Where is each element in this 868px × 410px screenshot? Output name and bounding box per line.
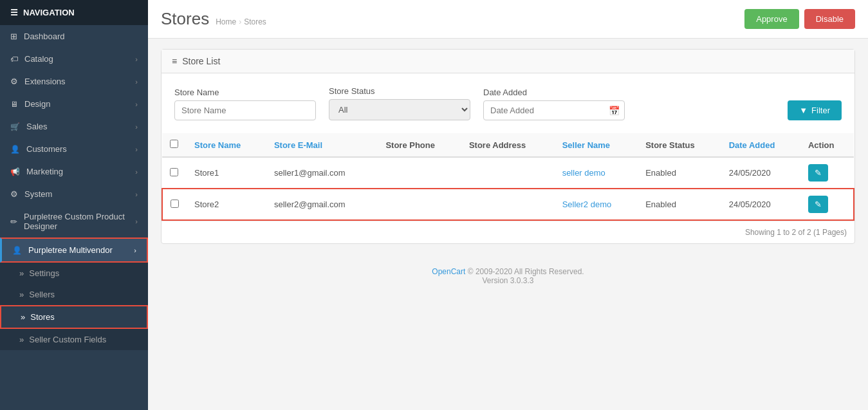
th-store-phone: Store Phone [378, 133, 461, 157]
th-store-status: Store Status [638, 133, 721, 157]
edit-icon: ✎ [815, 168, 822, 178]
disable-button[interactable]: Disable [804, 9, 855, 29]
th-seller-name[interactable]: Seller Name [555, 133, 638, 157]
breadcrumb-home[interactable]: Home [216, 17, 236, 26]
sidebar-submenu-seller-custom-fields[interactable]: » Seller Custom Fields [0, 329, 148, 350]
dashboard-icon [10, 32, 17, 41]
store-name-cell: Store1 [187, 157, 266, 189]
page-title: Stores [161, 9, 209, 29]
table-row: Store1 seller1@gmail.com seller demo Ena… [162, 157, 854, 189]
filter-group-date-added: Date Added 📅 [483, 88, 625, 120]
store-name-label: Store Name [174, 88, 316, 97]
sidebar-item-multivendor[interactable]: Purpletree Multivendor › [0, 238, 148, 263]
edit-button[interactable]: ✎ [808, 164, 828, 182]
arrow-icon: » [19, 290, 24, 299]
edit-icon: ✎ [815, 200, 822, 209]
select-all-checkbox[interactable] [170, 140, 178, 148]
sidebar-item-label: Dashboard [24, 32, 65, 41]
store-phone-cell [378, 189, 461, 220]
design-icon [10, 99, 18, 109]
store-list-card: Store List Store Name Store Status All E… [161, 49, 855, 244]
sidebar: NAVIGATION Dashboard Catalog › Extension… [0, 0, 148, 410]
filter-group-store-status: Store Status All Enabled Disabled [329, 86, 470, 120]
sidebar-multivendor-label: Purpletree Multivendor [28, 245, 113, 255]
action-cell: ✎ [800, 189, 854, 220]
store-phone-cell [378, 157, 461, 189]
store-address-cell [461, 157, 555, 189]
page-title-area: Stores Home › Stores [161, 9, 266, 29]
edit-button[interactable]: ✎ [808, 196, 828, 213]
arrow-icon: » [19, 335, 24, 344]
th-store-email[interactable]: Store E-Mail [266, 133, 378, 157]
row-checkbox[interactable] [170, 168, 178, 176]
footer-copyright-text: © 2009-2020 All Rights Reserved. [468, 267, 584, 276]
list-icon [172, 56, 177, 66]
date-added-cell: 24/05/2020 [721, 157, 800, 189]
sidebar-item-dashboard[interactable]: Dashboard [0, 25, 148, 48]
page-content: Store List Store Name Store Status All E… [148, 39, 868, 410]
filter-button-label: Filter [811, 106, 830, 115]
store-status-cell: Enabled [638, 157, 721, 189]
sidebar-submenu-sellers[interactable]: » Sellers [0, 284, 148, 305]
seller-name-cell: Seller2 demo [555, 189, 638, 220]
calendar-icon[interactable]: 📅 [609, 106, 620, 116]
sidebar-item-label: Customers [26, 144, 67, 154]
chevron-icon: › [135, 168, 138, 176]
store-name-input[interactable] [174, 100, 316, 120]
page-footer: OpenCart © 2009-2020 All Rights Reserved… [161, 254, 855, 298]
filter-row: Store Name Store Status All Enabled Disa… [174, 86, 842, 120]
sales-icon [10, 122, 20, 131]
th-store-name[interactable]: Store Name [187, 133, 266, 157]
custom-icon [10, 217, 17, 227]
filter-button[interactable]: ▼ Filter [788, 100, 842, 120]
store-email-cell: seller2@gmail.com [266, 189, 378, 220]
action-cell: ✎ [800, 157, 854, 189]
multivendor-icon [12, 245, 22, 255]
th-action: Action [800, 133, 854, 157]
submenu-item-label: Stores [30, 312, 55, 322]
footer-line1: OpenCart © 2009-2020 All Rights Reserved… [174, 267, 842, 276]
sidebar-item-marketing[interactable]: Marketing › [0, 160, 148, 183]
chevron-icon: › [135, 123, 138, 131]
top-bar: Stores Home › Stores Approve Disable [148, 0, 868, 39]
sidebar-item-custom-product[interactable]: Purpletree Custom Product Designer › [0, 205, 148, 238]
table-body: Store1 seller1@gmail.com seller demo Ena… [162, 157, 854, 220]
marketing-icon [10, 167, 20, 176]
store-status-select[interactable]: All Enabled Disabled [329, 99, 470, 120]
sidebar-item-label: Marketing [26, 167, 63, 176]
seller-name-link[interactable]: seller demo [562, 168, 605, 178]
seller-name-link[interactable]: Seller2 demo [562, 200, 612, 209]
date-added-label: Date Added [483, 88, 625, 97]
table-footer: Showing 1 to 2 of 2 (1 Pages) [162, 221, 854, 243]
chevron-icon: › [135, 100, 138, 108]
breadcrumb-current: Stores [244, 17, 266, 26]
card-header: Store List [162, 50, 854, 73]
date-added-input[interactable] [483, 100, 625, 120]
sidebar-item-label: System [24, 189, 52, 199]
sidebar-item-system[interactable]: System › [0, 183, 148, 205]
store-address-cell [461, 189, 555, 220]
sidebar-item-extensions[interactable]: Extensions › [0, 70, 148, 93]
card-title: Store List [182, 56, 220, 66]
row-checkbox-cell [162, 157, 187, 189]
th-date-added[interactable]: Date Added [721, 133, 800, 157]
sidebar-item-sales[interactable]: Sales › [0, 115, 148, 138]
sidebar-item-customers[interactable]: Customers › [0, 138, 148, 160]
stores-table: Store Name Store E-Mail Store Phone Stor… [162, 133, 854, 221]
system-icon [10, 189, 18, 199]
approve-button[interactable]: Approve [744, 9, 799, 29]
arrow-icon: » [21, 312, 25, 322]
sidebar-submenu-stores[interactable]: » Stores [0, 305, 148, 329]
breadcrumb: Home › Stores [216, 17, 266, 26]
row-checkbox[interactable] [171, 200, 179, 208]
catalog-icon [10, 54, 18, 64]
table-row: Store2 seller2@gmail.com Seller2 demo En… [162, 189, 854, 220]
arrow-icon: » [19, 268, 24, 278]
sidebar-item-catalog[interactable]: Catalog › [0, 48, 148, 70]
chevron-down-icon: › [134, 247, 136, 254]
sidebar-item-design[interactable]: Design › [0, 93, 148, 115]
store-status-label: Store Status [329, 86, 470, 96]
sidebar-submenu-settings[interactable]: » Settings [0, 263, 148, 284]
th-checkbox [162, 133, 187, 157]
footer-brand-link[interactable]: OpenCart [432, 267, 465, 276]
